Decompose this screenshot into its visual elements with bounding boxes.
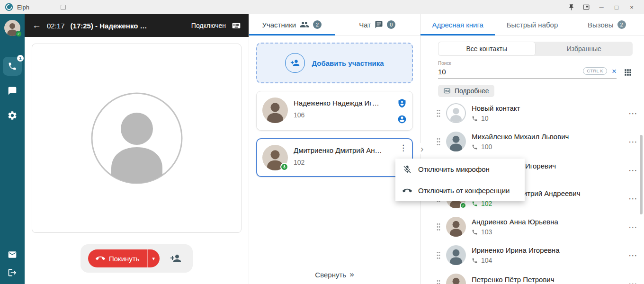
picture-in-picture-button[interactable] bbox=[579, 0, 594, 14]
participant-more-button[interactable]: ⋮ bbox=[399, 144, 407, 152]
search-clear-button[interactable]: × bbox=[612, 67, 617, 75]
contact-row[interactable]: Андриенко Анна Юрьевна 103 ⋯ bbox=[420, 213, 644, 241]
call-panel: ← 02:17 (17:25) - Надеженко … Подключен bbox=[25, 14, 249, 284]
contact-number: 10 bbox=[481, 115, 489, 122]
sidebar-bottom bbox=[8, 250, 17, 277]
add-participant-button[interactable]: Добавить участника bbox=[256, 43, 413, 83]
participant-extension: 106 bbox=[294, 111, 392, 119]
calls-count-badge: 1 bbox=[17, 55, 24, 62]
contact-row[interactable]: Петренко Пётр Петрович ⋯ bbox=[420, 269, 644, 284]
sidebar-item-settings[interactable] bbox=[3, 106, 22, 125]
main-area: ✓ 1 bbox=[0, 14, 644, 284]
drag-handle[interactable] bbox=[437, 251, 440, 259]
account-circle-icon bbox=[397, 115, 407, 124]
participant-info: Надеженко Надежда Иг… 106 bbox=[294, 98, 392, 124]
sidebar: ✓ 1 bbox=[0, 14, 25, 284]
participants-tabs: Участники 2 Чат 0 bbox=[249, 14, 420, 36]
app-title: Elph bbox=[17, 4, 29, 11]
search-label: Поиск bbox=[438, 61, 578, 66]
tab-chat[interactable]: Чат 0 bbox=[335, 14, 420, 35]
context-menu: Отключить микрофон Отключить от конферен… bbox=[395, 159, 525, 201]
contact-more-button[interactable]: ⋯ bbox=[628, 109, 637, 118]
menu-item-disconnect[interactable]: Отключить от конференции bbox=[395, 180, 525, 201]
drag-handle[interactable] bbox=[437, 280, 440, 284]
video-placeholder-avatar bbox=[90, 92, 183, 185]
double-chevron-right-icon: » bbox=[349, 270, 354, 279]
contact-more-button[interactable]: ⋯ bbox=[628, 279, 637, 284]
dialpad-grid-icon bbox=[623, 68, 633, 77]
contact-number-line: 103 bbox=[472, 228, 623, 236]
back-button[interactable]: ← bbox=[32, 20, 41, 31]
leave-options-button[interactable]: ▾ bbox=[148, 249, 160, 267]
sidebar-item-calls[interactable]: 1 bbox=[3, 57, 22, 76]
video-area bbox=[32, 44, 242, 233]
phone-icon bbox=[472, 229, 478, 235]
contact-more-button[interactable]: ⋯ bbox=[628, 137, 637, 146]
contact-avatar bbox=[446, 274, 466, 284]
filter-all-contacts[interactable]: Все контакты bbox=[438, 42, 536, 56]
tab-quick-dial[interactable]: Быстрый набор bbox=[495, 14, 569, 35]
add-participant-circle bbox=[285, 53, 305, 73]
active-call-badge: ✓ bbox=[460, 202, 466, 209]
minimize-button[interactable]: ─ bbox=[594, 0, 609, 14]
search-input[interactable]: Поиск 10 CTRL K × bbox=[438, 61, 617, 79]
participant-card[interactable]: Надеженко Надежда Иг… 106 bbox=[256, 91, 413, 131]
contact-row[interactable]: Новый контакт 10 ⋯ bbox=[420, 99, 644, 127]
phone-icon bbox=[8, 62, 17, 71]
tab-calls[interactable]: Вызовы 2 bbox=[570, 14, 644, 35]
details-button-label: Подробнее bbox=[455, 87, 489, 95]
search-row: Поиск 10 CTRL K × bbox=[438, 61, 633, 79]
add-participant-button-secondary[interactable] bbox=[166, 253, 185, 264]
call-controls: Покинуть ▾ bbox=[25, 233, 249, 284]
contact-info: Андриенко Анна Юрьевна 103 bbox=[472, 218, 623, 236]
sidebar-item-mail[interactable] bbox=[8, 250, 17, 259]
titlebar: Elph ─ □ × bbox=[0, 0, 644, 14]
participant-avatar bbox=[262, 98, 288, 124]
participants-panel: Участники 2 Чат 0 Добавить участника bbox=[249, 14, 420, 284]
chat-icon bbox=[8, 86, 17, 96]
call-header: ← 02:17 (17:25) - Надеженко … Подключен bbox=[25, 14, 249, 37]
drag-handle[interactable] bbox=[437, 223, 440, 231]
pin-button[interactable] bbox=[564, 0, 579, 14]
logout-icon bbox=[8, 268, 17, 277]
contact-row[interactable]: Михайленко Михаил Львович 100 ⋯ bbox=[420, 127, 644, 156]
contact-avatar bbox=[446, 103, 466, 123]
keyboard-button[interactable] bbox=[232, 21, 241, 30]
participant-role-icons bbox=[397, 98, 407, 124]
search-text: Поиск 10 bbox=[438, 61, 578, 76]
contact-more-button[interactable]: ⋯ bbox=[628, 251, 637, 260]
collapse-panel-button[interactable]: Свернуть » bbox=[249, 265, 420, 284]
user-avatar[interactable]: ✓ bbox=[4, 20, 20, 36]
close-button[interactable]: × bbox=[624, 0, 639, 14]
contact-row[interactable]: Ириненко Ирина Игоревна 104 ⋯ bbox=[420, 241, 644, 269]
tab-address-book[interactable]: Адресная книга bbox=[420, 14, 495, 35]
dialpad-button[interactable] bbox=[623, 68, 633, 79]
sidebar-item-chats[interactable] bbox=[3, 81, 22, 100]
participants-body: Добавить участника Надеженко Надежда Иг…… bbox=[249, 36, 420, 265]
panel-collapse-handle[interactable]: › bbox=[418, 143, 426, 154]
leave-call-button[interactable]: Покинуть bbox=[88, 249, 147, 267]
address-book-tabs: Адресная книга Быстрый набор Вызовы 2 bbox=[420, 14, 644, 36]
drag-handle[interactable] bbox=[437, 138, 440, 146]
mic-off-icon bbox=[402, 165, 412, 174]
participant-card-selected[interactable]: Дмитриенко Дмитрий Ан… 102 ⋮ bbox=[256, 138, 413, 177]
tab-participants[interactable]: Участники 2 bbox=[249, 14, 335, 35]
search-shortcut-badge: CTRL K bbox=[583, 67, 607, 75]
sidebar-item-logout[interactable] bbox=[8, 268, 17, 277]
details-button[interactable]: Подробнее bbox=[438, 85, 494, 97]
pin-icon bbox=[568, 4, 575, 11]
contact-number-line: 100 bbox=[472, 143, 623, 151]
scrollbar[interactable] bbox=[640, 135, 643, 214]
contact-more-button[interactable]: ⋯ bbox=[628, 166, 637, 175]
contact-info: Петренко Пётр Петрович bbox=[472, 275, 623, 284]
filter-favorites[interactable]: Избранные bbox=[536, 42, 633, 56]
contact-more-button[interactable]: ⋯ bbox=[628, 194, 637, 203]
menu-item-mute-microphone[interactable]: Отключить микрофон bbox=[395, 159, 525, 180]
call-end-icon bbox=[96, 254, 105, 263]
phone-icon bbox=[472, 144, 478, 150]
call-title: (17:25) - Надеженко … bbox=[71, 22, 147, 30]
drag-handle[interactable] bbox=[437, 109, 440, 117]
contact-more-button[interactable]: ⋯ bbox=[628, 222, 637, 231]
maximize-button[interactable]: □ bbox=[609, 0, 624, 14]
app-logo-icon bbox=[5, 3, 13, 11]
